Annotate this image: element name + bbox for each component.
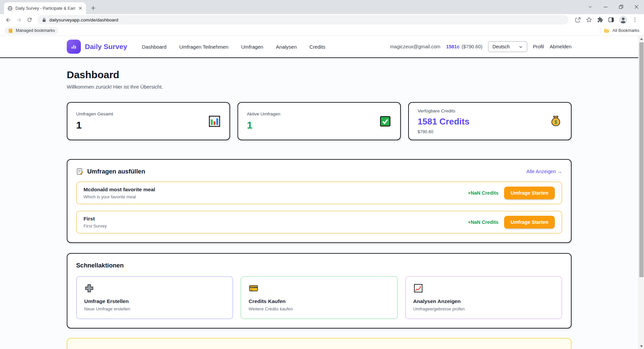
credit-card-icon (249, 283, 389, 293)
share-icon[interactable] (575, 16, 581, 23)
main-nav: Dashboard Umfragen Teilnehmen Umfragen A… (142, 44, 325, 50)
quick-action-view-analytics[interactable]: Analysen Anzeigen Umfrageergebnisse prüf… (405, 276, 562, 319)
managed-bookmarks-button[interactable]: Managed bookmarks (5, 27, 58, 35)
svg-text:$: $ (554, 120, 557, 125)
browser-tab[interactable]: Daily Survey - Participate & Earn (4, 2, 86, 14)
folder-icon (604, 28, 609, 33)
kebab-menu-icon[interactable] (632, 17, 638, 23)
quick-action-subtitle: Neue Umfrage erstellen (84, 306, 225, 311)
survey-subtitle: Which is your favorite meal (84, 194, 155, 199)
quick-actions-section: Schnellaktionen Umfrage Erstellen Neue U… (67, 253, 572, 329)
plus-icon (84, 283, 225, 293)
back-icon[interactable] (3, 15, 13, 24)
nav-umfragen[interactable]: Umfragen (241, 44, 263, 50)
url-text: dailysurveyapp.com/de/dashboard (49, 17, 118, 22)
nav-credits[interactable]: Credits (310, 44, 326, 50)
quick-action-buy-credits[interactable]: Credits Kaufen Weitere Credits kaufen (240, 276, 397, 319)
lock-icon (42, 17, 46, 22)
reload-icon[interactable] (25, 15, 34, 24)
quick-action-subtitle: Umfrageergebnisse prüfen (413, 306, 554, 311)
browser-tab-strip: Daily Survey - Participate & Earn (0, 0, 644, 14)
chevron-down-icon (519, 45, 523, 49)
stat-label: Umfragen Gesamt (76, 111, 113, 116)
browser-toolbar: dailysurveyapp.com/de/dashboard (0, 14, 644, 26)
page-title: Dashboard (67, 69, 572, 81)
survey-title: First (84, 216, 107, 222)
url-bar[interactable]: dailysurveyapp.com/de/dashboard (38, 15, 569, 24)
bookmarks-divider (600, 28, 600, 33)
scrollbar-down-arrow-icon[interactable] (639, 343, 644, 349)
quick-action-subtitle: Weitere Credits kaufen (249, 306, 389, 311)
app-header: Daily Survey Dashboard Umfragen Teilnehm… (0, 36, 638, 58)
scrollbar-up-arrow-icon[interactable] (639, 36, 644, 42)
survey-reward: +NaN Credits (468, 219, 498, 225)
all-bookmarks-label: All Bookmarks (612, 28, 639, 33)
forward-icon[interactable] (14, 15, 23, 24)
profile-link[interactable]: Profil (533, 44, 544, 49)
all-bookmarks-button[interactable]: All Bookmarks (600, 28, 639, 33)
managed-bookmarks-icon (8, 28, 13, 33)
language-select-value: Deutsch (492, 44, 509, 49)
survey-list-item: First First Survey +NaN Credits Umfrage … (76, 211, 562, 234)
surveys-section-title: Umfragen ausfüllen (87, 168, 145, 175)
page-viewport: Daily Survey Dashboard Umfragen Teilnehm… (0, 36, 644, 349)
survey-list-item: Mcdonald most favorite meal Which is you… (76, 182, 562, 204)
nav-umfragen-teilnehmen[interactable]: Umfragen Teilnehmen (179, 44, 228, 50)
stat-card-available-credits: Verfügbare Credits 1581 Credits $790.60 … (408, 102, 572, 140)
stat-card-active-surveys: Aktive Umfragen 1 (237, 102, 401, 140)
managed-bookmarks-label: Managed bookmarks (16, 28, 55, 33)
stat-card-total-surveys: Umfragen Gesamt 1 (67, 102, 230, 140)
stat-sub-value: $790.60 (418, 129, 470, 134)
start-survey-button[interactable]: Umfrage Starten (504, 216, 555, 229)
vertical-scrollbar[interactable] (638, 36, 644, 349)
new-tab-button[interactable] (89, 3, 98, 13)
view-all-link[interactable]: Alle Anzeigen → (527, 169, 562, 174)
window-close-icon[interactable] (629, 0, 644, 13)
survey-subtitle: First Survey (84, 223, 107, 229)
extensions-puzzle-icon[interactable] (597, 16, 603, 23)
brand[interactable]: Daily Survey (67, 40, 127, 54)
surveys-section: Umfragen ausfüllen Alle Anzeigen → Mcdon… (67, 159, 572, 243)
bookmarks-bar: Managed bookmarks All Bookmarks (0, 26, 644, 36)
quick-action-title: Analysen Anzeigen (413, 298, 554, 304)
stat-value: 1 (76, 119, 113, 131)
bookmark-star-icon[interactable] (586, 16, 592, 23)
memo-icon (76, 168, 84, 175)
scrollbar-thumb[interactable] (639, 42, 644, 277)
stat-label: Verfügbare Credits (418, 108, 470, 113)
nav-dashboard[interactable]: Dashboard (142, 44, 166, 50)
brand-name: Daily Survey (85, 43, 127, 51)
check-icon (379, 115, 391, 128)
money-bag-icon: $ (549, 115, 562, 128)
logout-link[interactable]: Abmelden (550, 44, 572, 49)
toolbar-right (571, 15, 641, 24)
nav-analysen[interactable]: Analysen (276, 44, 297, 50)
start-survey-button[interactable]: Umfrage Starten (504, 187, 555, 199)
survey-reward: +NaN Credits (468, 190, 498, 196)
quick-action-title: Credits Kaufen (249, 298, 389, 304)
partial-section-box (67, 338, 572, 349)
window-minimize-icon[interactable] (598, 0, 613, 13)
profile-avatar[interactable] (619, 15, 628, 24)
globe-favicon-icon (7, 6, 13, 11)
brand-logo-bar-chart-icon (67, 40, 81, 54)
window-restore-icon[interactable] (613, 0, 629, 13)
page-subtitle: Willkommen zurück! Hier ist Ihre Übersic… (67, 84, 572, 90)
chart-up-icon (413, 283, 554, 293)
stat-cards-row: Umfragen Gesamt 1 Aktive Umfragen 1 Ve (67, 102, 572, 140)
stat-value: 1 (247, 119, 280, 131)
window-chevron-down-icon[interactable] (582, 0, 598, 13)
side-panel-icon[interactable] (608, 16, 614, 23)
quick-action-create-survey[interactable]: Umfrage Erstellen Neue Umfrage erstellen (76, 276, 233, 319)
header-account-area: magiczeux@gmail.com 1581c ($790.60) Deut… (390, 41, 572, 52)
tab-close-icon[interactable] (78, 6, 83, 10)
window-controls (582, 0, 644, 13)
bar-chart-icon (208, 115, 221, 128)
account-email: magiczeux@gmail.com (390, 44, 440, 49)
language-select[interactable]: Deutsch (488, 41, 527, 52)
main-content: Dashboard Willkommen zurück! Hier ist Ih… (67, 58, 572, 349)
account-credits: 1581c (446, 44, 460, 49)
quick-action-title: Umfrage Erstellen (84, 298, 225, 304)
account-credits-usd: ($790.60) (462, 44, 482, 49)
stat-value: 1581 Credits (418, 116, 470, 127)
